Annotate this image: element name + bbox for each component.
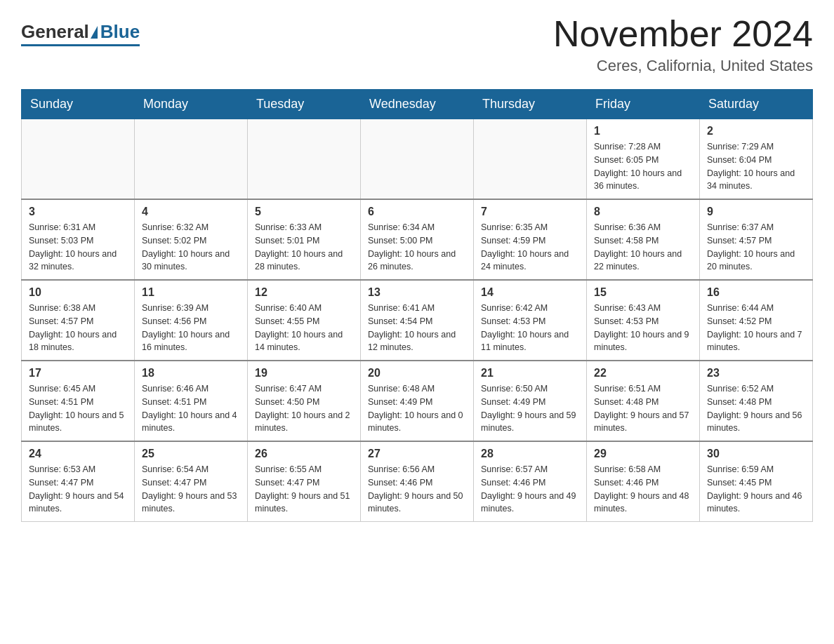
- table-row: 22Sunrise: 6:51 AMSunset: 4:48 PMDayligh…: [587, 361, 700, 441]
- calendar-week-row: 17Sunrise: 6:45 AMSunset: 4:51 PMDayligh…: [22, 361, 813, 441]
- day-info: Sunrise: 6:50 AMSunset: 4:49 PMDaylight:…: [481, 382, 579, 435]
- header-saturday: Saturday: [700, 90, 813, 119]
- day-info: Sunrise: 6:33 AMSunset: 5:01 PMDaylight:…: [255, 221, 353, 274]
- header-sunday: Sunday: [22, 90, 135, 119]
- header-wednesday: Wednesday: [361, 90, 474, 119]
- table-row: [135, 119, 248, 200]
- day-number: 5: [255, 206, 353, 218]
- day-number: 20: [368, 367, 466, 380]
- day-number: 27: [368, 448, 466, 460]
- logo-underline: [21, 44, 140, 46]
- calendar-week-row: 3Sunrise: 6:31 AMSunset: 5:03 PMDaylight…: [22, 199, 813, 280]
- day-number: 28: [481, 448, 579, 460]
- location-title: Ceres, California, United States: [553, 57, 813, 75]
- day-info: Sunrise: 6:32 AMSunset: 5:02 PMDaylight:…: [142, 221, 240, 274]
- table-row: [248, 119, 361, 200]
- day-info: Sunrise: 7:29 AMSunset: 6:04 PMDaylight:…: [707, 140, 805, 193]
- page-header: General Blue November 2024 Ceres, Califo…: [21, 14, 813, 75]
- day-info: Sunrise: 6:34 AMSunset: 5:00 PMDaylight:…: [368, 221, 466, 274]
- table-row: [474, 119, 587, 200]
- day-number: 25: [142, 448, 240, 460]
- table-row: 28Sunrise: 6:57 AMSunset: 4:46 PMDayligh…: [474, 441, 587, 522]
- day-number: 12: [255, 286, 353, 299]
- table-row: 24Sunrise: 6:53 AMSunset: 4:47 PMDayligh…: [22, 441, 135, 522]
- day-info: Sunrise: 6:48 AMSunset: 4:49 PMDaylight:…: [368, 382, 466, 435]
- day-info: Sunrise: 6:35 AMSunset: 4:59 PMDaylight:…: [481, 221, 579, 274]
- day-info: Sunrise: 6:40 AMSunset: 4:55 PMDaylight:…: [255, 302, 353, 354]
- day-info: Sunrise: 6:51 AMSunset: 4:48 PMDaylight:…: [594, 382, 692, 435]
- day-number: 8: [594, 206, 692, 218]
- day-number: 2: [707, 125, 805, 137]
- day-number: 29: [594, 448, 692, 460]
- day-number: 13: [368, 286, 466, 299]
- day-info: Sunrise: 6:37 AMSunset: 4:57 PMDaylight:…: [707, 221, 805, 274]
- month-title: November 2024: [553, 14, 813, 54]
- calendar-table: Sunday Monday Tuesday Wednesday Thursday…: [21, 89, 813, 522]
- day-number: 6: [368, 206, 466, 218]
- day-info: Sunrise: 6:38 AMSunset: 4:57 PMDaylight:…: [29, 302, 127, 354]
- day-number: 22: [594, 367, 692, 380]
- day-info: Sunrise: 6:58 AMSunset: 4:46 PMDaylight:…: [594, 463, 692, 516]
- day-number: 1: [594, 125, 692, 137]
- header-thursday: Thursday: [474, 90, 587, 119]
- table-row: 15Sunrise: 6:43 AMSunset: 4:53 PMDayligh…: [587, 280, 700, 361]
- table-row: [22, 119, 135, 200]
- logo: General Blue: [21, 21, 140, 46]
- day-number: 15: [594, 286, 692, 299]
- table-row: 19Sunrise: 6:47 AMSunset: 4:50 PMDayligh…: [248, 361, 361, 441]
- day-number: 14: [481, 286, 579, 299]
- table-row: 14Sunrise: 6:42 AMSunset: 4:53 PMDayligh…: [474, 280, 587, 361]
- table-row: 25Sunrise: 6:54 AMSunset: 4:47 PMDayligh…: [135, 441, 248, 522]
- day-info: Sunrise: 6:52 AMSunset: 4:48 PMDaylight:…: [707, 382, 805, 435]
- day-number: 11: [142, 286, 240, 299]
- header-friday: Friday: [587, 90, 700, 119]
- table-row: 30Sunrise: 6:59 AMSunset: 4:45 PMDayligh…: [700, 441, 813, 522]
- day-number: 30: [707, 448, 805, 460]
- table-row: 3Sunrise: 6:31 AMSunset: 5:03 PMDaylight…: [22, 199, 135, 280]
- table-row: 21Sunrise: 6:50 AMSunset: 4:49 PMDayligh…: [474, 361, 587, 441]
- day-info: Sunrise: 6:43 AMSunset: 4:53 PMDaylight:…: [594, 302, 692, 354]
- logo-triangle-icon: [91, 26, 98, 39]
- table-row: 27Sunrise: 6:56 AMSunset: 4:46 PMDayligh…: [361, 441, 474, 522]
- table-row: 1Sunrise: 7:28 AMSunset: 6:05 PMDaylight…: [587, 119, 700, 200]
- day-info: Sunrise: 6:54 AMSunset: 4:47 PMDaylight:…: [142, 463, 240, 516]
- table-row: 8Sunrise: 6:36 AMSunset: 4:58 PMDaylight…: [587, 199, 700, 280]
- day-number: 10: [29, 286, 127, 299]
- table-row: [361, 119, 474, 200]
- day-info: Sunrise: 6:45 AMSunset: 4:51 PMDaylight:…: [29, 382, 127, 435]
- day-number: 17: [29, 367, 127, 380]
- table-row: 17Sunrise: 6:45 AMSunset: 4:51 PMDayligh…: [22, 361, 135, 441]
- day-info: Sunrise: 6:53 AMSunset: 4:47 PMDaylight:…: [29, 463, 127, 516]
- header-tuesday: Tuesday: [248, 90, 361, 119]
- day-number: 24: [29, 448, 127, 460]
- day-number: 23: [707, 367, 805, 380]
- day-number: 16: [707, 286, 805, 299]
- day-info: Sunrise: 7:28 AMSunset: 6:05 PMDaylight:…: [594, 140, 692, 193]
- title-section: November 2024 Ceres, California, United …: [553, 14, 813, 75]
- day-info: Sunrise: 6:57 AMSunset: 4:46 PMDaylight:…: [481, 463, 579, 516]
- day-number: 7: [481, 206, 579, 218]
- table-row: 7Sunrise: 6:35 AMSunset: 4:59 PMDaylight…: [474, 199, 587, 280]
- table-row: 23Sunrise: 6:52 AMSunset: 4:48 PMDayligh…: [700, 361, 813, 441]
- day-number: 19: [255, 367, 353, 380]
- day-info: Sunrise: 6:59 AMSunset: 4:45 PMDaylight:…: [707, 463, 805, 516]
- table-row: 20Sunrise: 6:48 AMSunset: 4:49 PMDayligh…: [361, 361, 474, 441]
- table-row: 13Sunrise: 6:41 AMSunset: 4:54 PMDayligh…: [361, 280, 474, 361]
- day-info: Sunrise: 6:41 AMSunset: 4:54 PMDaylight:…: [368, 302, 466, 354]
- day-info: Sunrise: 6:56 AMSunset: 4:46 PMDaylight:…: [368, 463, 466, 516]
- weekday-header-row: Sunday Monday Tuesday Wednesday Thursday…: [22, 90, 813, 119]
- day-number: 4: [142, 206, 240, 218]
- table-row: 5Sunrise: 6:33 AMSunset: 5:01 PMDaylight…: [248, 199, 361, 280]
- day-number: 18: [142, 367, 240, 380]
- day-number: 26: [255, 448, 353, 460]
- header-monday: Monday: [135, 90, 248, 119]
- table-row: 16Sunrise: 6:44 AMSunset: 4:52 PMDayligh…: [700, 280, 813, 361]
- day-number: 9: [707, 206, 805, 218]
- table-row: 26Sunrise: 6:55 AMSunset: 4:47 PMDayligh…: [248, 441, 361, 522]
- calendar-week-row: 10Sunrise: 6:38 AMSunset: 4:57 PMDayligh…: [22, 280, 813, 361]
- day-info: Sunrise: 6:55 AMSunset: 4:47 PMDaylight:…: [255, 463, 353, 516]
- calendar-week-row: 1Sunrise: 7:28 AMSunset: 6:05 PMDaylight…: [22, 119, 813, 200]
- day-info: Sunrise: 6:31 AMSunset: 5:03 PMDaylight:…: [29, 221, 127, 274]
- table-row: 29Sunrise: 6:58 AMSunset: 4:46 PMDayligh…: [587, 441, 700, 522]
- day-info: Sunrise: 6:46 AMSunset: 4:51 PMDaylight:…: [142, 382, 240, 435]
